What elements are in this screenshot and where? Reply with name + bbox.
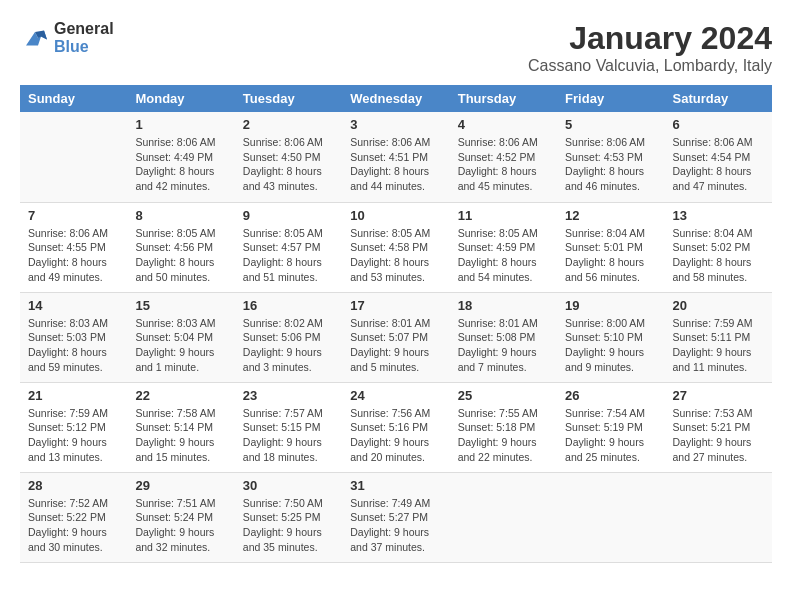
logo-icon <box>20 24 50 52</box>
day-info: Sunrise: 7:55 AMSunset: 5:18 PMDaylight:… <box>458 406 549 465</box>
calendar-cell: 7Sunrise: 8:06 AMSunset: 4:55 PMDaylight… <box>20 202 127 292</box>
calendar-cell: 28Sunrise: 7:52 AMSunset: 5:22 PMDayligh… <box>20 472 127 562</box>
day-info: Sunrise: 8:00 AMSunset: 5:10 PMDaylight:… <box>565 316 656 375</box>
calendar-cell: 2Sunrise: 8:06 AMSunset: 4:50 PMDaylight… <box>235 112 342 202</box>
calendar-cell: 16Sunrise: 8:02 AMSunset: 5:06 PMDayligh… <box>235 292 342 382</box>
calendar-cell: 11Sunrise: 8:05 AMSunset: 4:59 PMDayligh… <box>450 202 557 292</box>
calendar-cell <box>665 472 772 562</box>
day-info: Sunrise: 7:49 AMSunset: 5:27 PMDaylight:… <box>350 496 441 555</box>
day-number: 7 <box>28 208 119 223</box>
day-info: Sunrise: 8:03 AMSunset: 5:03 PMDaylight:… <box>28 316 119 375</box>
logo: General Blue <box>20 20 114 56</box>
calendar-cell: 24Sunrise: 7:56 AMSunset: 5:16 PMDayligh… <box>342 382 449 472</box>
calendar-cell: 21Sunrise: 7:59 AMSunset: 5:12 PMDayligh… <box>20 382 127 472</box>
day-number: 22 <box>135 388 226 403</box>
calendar-cell <box>20 112 127 202</box>
day-info: Sunrise: 8:05 AMSunset: 4:57 PMDaylight:… <box>243 226 334 285</box>
calendar-cell <box>557 472 664 562</box>
calendar-cell: 12Sunrise: 8:04 AMSunset: 5:01 PMDayligh… <box>557 202 664 292</box>
calendar-cell <box>450 472 557 562</box>
calendar-cell: 31Sunrise: 7:49 AMSunset: 5:27 PMDayligh… <box>342 472 449 562</box>
day-info: Sunrise: 7:56 AMSunset: 5:16 PMDaylight:… <box>350 406 441 465</box>
calendar-cell: 23Sunrise: 7:57 AMSunset: 5:15 PMDayligh… <box>235 382 342 472</box>
calendar-cell: 1Sunrise: 8:06 AMSunset: 4:49 PMDaylight… <box>127 112 234 202</box>
header-saturday: Saturday <box>665 85 772 112</box>
week-row-5: 28Sunrise: 7:52 AMSunset: 5:22 PMDayligh… <box>20 472 772 562</box>
calendar-cell: 15Sunrise: 8:03 AMSunset: 5:04 PMDayligh… <box>127 292 234 382</box>
week-row-1: 1Sunrise: 8:06 AMSunset: 4:49 PMDaylight… <box>20 112 772 202</box>
day-number: 5 <box>565 117 656 132</box>
calendar-cell: 20Sunrise: 7:59 AMSunset: 5:11 PMDayligh… <box>665 292 772 382</box>
day-info: Sunrise: 8:01 AMSunset: 5:07 PMDaylight:… <box>350 316 441 375</box>
page-subtitle: Cassano Valcuvia, Lombardy, Italy <box>528 57 772 75</box>
day-number: 21 <box>28 388 119 403</box>
day-number: 20 <box>673 298 764 313</box>
day-number: 12 <box>565 208 656 223</box>
week-row-4: 21Sunrise: 7:59 AMSunset: 5:12 PMDayligh… <box>20 382 772 472</box>
calendar-cell: 22Sunrise: 7:58 AMSunset: 5:14 PMDayligh… <box>127 382 234 472</box>
day-info: Sunrise: 7:58 AMSunset: 5:14 PMDaylight:… <box>135 406 226 465</box>
page-title: January 2024 <box>528 20 772 57</box>
calendar-header-row: SundayMondayTuesdayWednesdayThursdayFrid… <box>20 85 772 112</box>
day-number: 30 <box>243 478 334 493</box>
day-number: 23 <box>243 388 334 403</box>
week-row-2: 7Sunrise: 8:06 AMSunset: 4:55 PMDaylight… <box>20 202 772 292</box>
day-info: Sunrise: 7:54 AMSunset: 5:19 PMDaylight:… <box>565 406 656 465</box>
day-number: 6 <box>673 117 764 132</box>
day-info: Sunrise: 8:06 AMSunset: 4:52 PMDaylight:… <box>458 135 549 194</box>
day-info: Sunrise: 8:06 AMSunset: 4:54 PMDaylight:… <box>673 135 764 194</box>
header-friday: Friday <box>557 85 664 112</box>
day-info: Sunrise: 7:59 AMSunset: 5:12 PMDaylight:… <box>28 406 119 465</box>
day-info: Sunrise: 7:59 AMSunset: 5:11 PMDaylight:… <box>673 316 764 375</box>
header-thursday: Thursday <box>450 85 557 112</box>
day-number: 13 <box>673 208 764 223</box>
day-info: Sunrise: 7:50 AMSunset: 5:25 PMDaylight:… <box>243 496 334 555</box>
header: General Blue January 2024 Cassano Valcuv… <box>20 20 772 75</box>
calendar-cell: 18Sunrise: 8:01 AMSunset: 5:08 PMDayligh… <box>450 292 557 382</box>
day-info: Sunrise: 8:06 AMSunset: 4:55 PMDaylight:… <box>28 226 119 285</box>
day-number: 2 <box>243 117 334 132</box>
day-info: Sunrise: 8:03 AMSunset: 5:04 PMDaylight:… <box>135 316 226 375</box>
day-number: 19 <box>565 298 656 313</box>
day-info: Sunrise: 8:02 AMSunset: 5:06 PMDaylight:… <box>243 316 334 375</box>
day-number: 4 <box>458 117 549 132</box>
calendar-cell: 19Sunrise: 8:00 AMSunset: 5:10 PMDayligh… <box>557 292 664 382</box>
title-area: January 2024 Cassano Valcuvia, Lombardy,… <box>528 20 772 75</box>
day-number: 11 <box>458 208 549 223</box>
day-number: 8 <box>135 208 226 223</box>
day-info: Sunrise: 8:04 AMSunset: 5:02 PMDaylight:… <box>673 226 764 285</box>
day-info: Sunrise: 8:05 AMSunset: 4:56 PMDaylight:… <box>135 226 226 285</box>
calendar-cell: 9Sunrise: 8:05 AMSunset: 4:57 PMDaylight… <box>235 202 342 292</box>
day-number: 24 <box>350 388 441 403</box>
header-wednesday: Wednesday <box>342 85 449 112</box>
calendar-cell: 27Sunrise: 7:53 AMSunset: 5:21 PMDayligh… <box>665 382 772 472</box>
day-info: Sunrise: 8:05 AMSunset: 4:59 PMDaylight:… <box>458 226 549 285</box>
header-tuesday: Tuesday <box>235 85 342 112</box>
calendar-cell: 25Sunrise: 7:55 AMSunset: 5:18 PMDayligh… <box>450 382 557 472</box>
calendar-cell: 17Sunrise: 8:01 AMSunset: 5:07 PMDayligh… <box>342 292 449 382</box>
calendar-cell: 10Sunrise: 8:05 AMSunset: 4:58 PMDayligh… <box>342 202 449 292</box>
day-info: Sunrise: 8:06 AMSunset: 4:49 PMDaylight:… <box>135 135 226 194</box>
calendar-cell: 29Sunrise: 7:51 AMSunset: 5:24 PMDayligh… <box>127 472 234 562</box>
day-number: 27 <box>673 388 764 403</box>
calendar-cell: 26Sunrise: 7:54 AMSunset: 5:19 PMDayligh… <box>557 382 664 472</box>
calendar-cell: 30Sunrise: 7:50 AMSunset: 5:25 PMDayligh… <box>235 472 342 562</box>
day-number: 15 <box>135 298 226 313</box>
day-number: 17 <box>350 298 441 313</box>
day-number: 29 <box>135 478 226 493</box>
day-info: Sunrise: 8:01 AMSunset: 5:08 PMDaylight:… <box>458 316 549 375</box>
day-info: Sunrise: 8:06 AMSunset: 4:53 PMDaylight:… <box>565 135 656 194</box>
calendar-cell: 3Sunrise: 8:06 AMSunset: 4:51 PMDaylight… <box>342 112 449 202</box>
calendar-cell: 14Sunrise: 8:03 AMSunset: 5:03 PMDayligh… <box>20 292 127 382</box>
day-info: Sunrise: 8:06 AMSunset: 4:50 PMDaylight:… <box>243 135 334 194</box>
day-info: Sunrise: 7:53 AMSunset: 5:21 PMDaylight:… <box>673 406 764 465</box>
calendar-cell: 4Sunrise: 8:06 AMSunset: 4:52 PMDaylight… <box>450 112 557 202</box>
calendar-cell: 5Sunrise: 8:06 AMSunset: 4:53 PMDaylight… <box>557 112 664 202</box>
day-info: Sunrise: 7:57 AMSunset: 5:15 PMDaylight:… <box>243 406 334 465</box>
calendar-cell: 8Sunrise: 8:05 AMSunset: 4:56 PMDaylight… <box>127 202 234 292</box>
header-monday: Monday <box>127 85 234 112</box>
header-sunday: Sunday <box>20 85 127 112</box>
week-row-3: 14Sunrise: 8:03 AMSunset: 5:03 PMDayligh… <box>20 292 772 382</box>
day-number: 14 <box>28 298 119 313</box>
calendar-cell: 13Sunrise: 8:04 AMSunset: 5:02 PMDayligh… <box>665 202 772 292</box>
